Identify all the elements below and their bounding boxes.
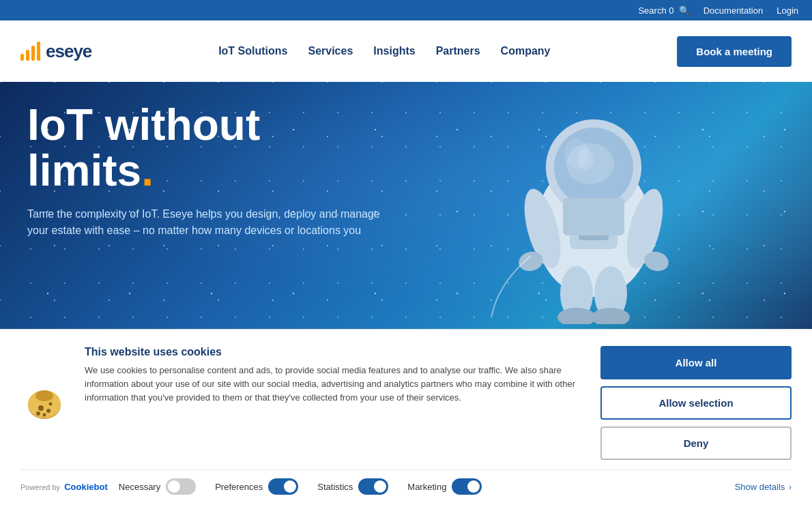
svg-point-13: [557, 308, 596, 324]
svg-point-23: [49, 402, 53, 405]
cookie-title: This website uses cookies: [85, 346, 584, 358]
hero-content: IoT without limits. Tame the complexity …: [27, 102, 382, 239]
search-link[interactable]: Search 0 🔍: [638, 5, 689, 16]
toggle-statistics: Statistics: [317, 478, 388, 495]
allow-all-button[interactable]: Allow all: [600, 346, 792, 379]
toggle-marketing-switch[interactable]: [452, 478, 482, 495]
toggle-preferences: Preferences: [215, 478, 298, 495]
cookie-main: This website uses cookies We use cookies…: [20, 346, 792, 460]
nav-services[interactable]: Services: [308, 45, 353, 57]
logo-icon: [20, 42, 40, 61]
toggle-necessary-switch[interactable]: [166, 478, 196, 495]
nav-links: IoT Solutions Services Insights Partners…: [218, 45, 550, 57]
toggle-necessary-label: Necessary: [119, 482, 160, 492]
login-link[interactable]: Login: [777, 5, 798, 16]
toggle-preferences-switch[interactable]: [268, 478, 298, 495]
svg-point-16: [564, 139, 589, 169]
show-details-text: Show details: [735, 482, 785, 492]
search-label: Search: [638, 5, 666, 16]
toggle-statistics-knob: [374, 480, 386, 493]
navbar: eseye IoT Solutions Services Insights Pa…: [0, 20, 812, 82]
svg-point-21: [46, 409, 50, 413]
hero-dot: .: [141, 146, 154, 195]
hero-title-line2: limits: [27, 146, 141, 195]
logo[interactable]: eseye: [20, 41, 91, 62]
hero-section: IoT without limits. Tame the complexity …: [0, 82, 812, 334]
cookie-toggles: Necessary Preferences Statistics Marketi…: [119, 478, 792, 495]
toggle-statistics-switch[interactable]: [358, 478, 388, 495]
search-count: 0: [669, 5, 673, 16]
allow-selection-button[interactable]: Allow selection: [600, 386, 792, 420]
book-meeting-button[interactable]: Book a meeting: [677, 36, 792, 67]
cookie-buttons: Allow all Allow selection Deny: [600, 346, 792, 460]
nav-insights[interactable]: Insights: [373, 45, 415, 57]
cookie-banner: This website uses cookies We use cookies…: [0, 329, 812, 507]
documentation-link[interactable]: Documentation: [704, 5, 763, 16]
toggle-statistics-label: Statistics: [317, 482, 353, 492]
hero-title: IoT without limits.: [27, 102, 382, 194]
nav-partners[interactable]: Partners: [436, 45, 480, 57]
chevron-right-icon: ›: [789, 482, 792, 492]
toggle-marketing-knob: [467, 480, 480, 493]
cookie-body-text: We use cookies to personalise content an…: [85, 364, 584, 405]
cookiebot-brand: Cookiebot: [64, 482, 108, 492]
cookiebot-icon: [26, 385, 63, 422]
hero-title-line1: IoT without: [27, 100, 260, 149]
svg-point-24: [43, 413, 46, 416]
svg-point-14: [592, 308, 630, 324]
toggle-preferences-label: Preferences: [215, 482, 263, 492]
toggle-necessary: Necessary: [119, 478, 196, 495]
svg-point-22: [36, 411, 40, 416]
svg-point-19: [35, 390, 53, 401]
nav-company[interactable]: Company: [501, 45, 551, 57]
toggle-preferences-knob: [284, 480, 296, 493]
toggle-marketing: Marketing: [407, 478, 482, 495]
show-details-link[interactable]: Show details ›: [735, 482, 792, 492]
nav-iot-solutions[interactable]: IoT Solutions: [218, 45, 287, 57]
topbar: Search 0 🔍 Documentation Login: [0, 0, 812, 20]
cookie-footer: Powered by Cookiebot Necessary Preferenc…: [20, 469, 792, 495]
svg-point-20: [38, 405, 44, 411]
astronaut-image: [430, 82, 757, 334]
hero-subtitle: Tame the complexity of IoT. Eseye helps …: [27, 206, 382, 239]
cookie-text-area: This website uses cookies We use cookies…: [85, 346, 584, 460]
toggle-marketing-label: Marketing: [407, 482, 446, 492]
cookie-logo-area: [20, 346, 68, 460]
svg-rect-15: [563, 198, 624, 235]
powered-by-label: Powered by Cookiebot: [20, 482, 108, 492]
deny-button[interactable]: Deny: [600, 426, 792, 460]
logo-text: eseye: [46, 41, 91, 62]
toggle-necessary-knob: [168, 480, 180, 493]
powered-by-text: Powered by: [20, 483, 60, 491]
